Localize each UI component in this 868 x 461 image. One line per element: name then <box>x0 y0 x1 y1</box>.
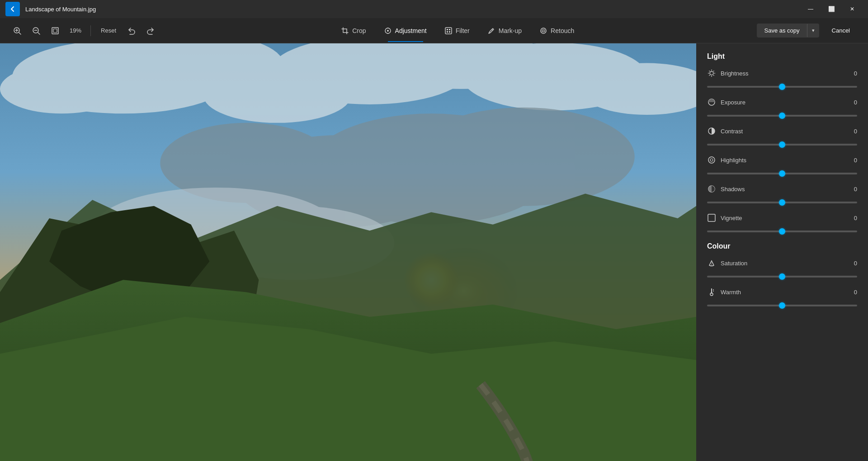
exposure-adjustment: Exposure 0 <box>707 98 857 118</box>
svg-point-10 <box>387 30 389 32</box>
back-button[interactable] <box>5 2 20 16</box>
restore-button[interactable]: ⬜ <box>821 2 842 16</box>
exposure-value: 0 <box>854 99 857 106</box>
landscape-image <box>0 43 696 461</box>
filter-tab-label: Filter <box>456 27 470 34</box>
svg-point-21 <box>543 30 544 31</box>
svg-point-45 <box>710 71 713 75</box>
window-title: Landscape of Mountain.jpg <box>25 6 800 13</box>
highlights-adjustment: Highlights 0 <box>707 155 857 176</box>
adjustment-tab-label: Adjustment <box>395 27 427 34</box>
contrast-value: 0 <box>854 128 857 135</box>
vignette-value: 0 <box>854 215 857 221</box>
toolbar-right: Save as copy ▾ Cancel <box>757 24 859 38</box>
svg-rect-8 <box>53 29 57 33</box>
vignette-slider[interactable] <box>707 230 857 232</box>
shadows-header: Shadows 0 <box>707 184 857 193</box>
save-as-copy-button[interactable]: Save as copy ▾ <box>757 24 819 38</box>
exposure-label: Exposure <box>721 99 745 106</box>
saturation-icon <box>707 259 716 268</box>
save-as-copy-label: Save as copy <box>757 24 807 38</box>
exposure-slider[interactable] <box>707 115 857 117</box>
zoom-out-button[interactable] <box>28 23 44 39</box>
highlights-slider[interactable] <box>707 173 857 174</box>
highlights-value: 0 <box>854 157 857 164</box>
warmth-icon <box>707 287 716 296</box>
warmth-label: Warmth <box>721 289 741 296</box>
warmth-adjustment: Warmth 0 <box>707 287 857 308</box>
svg-rect-60 <box>708 214 715 221</box>
adjustment-icon <box>384 27 392 34</box>
contrast-icon <box>707 127 716 136</box>
right-panel: Light <box>696 43 868 461</box>
minimize-button[interactable]: — <box>800 2 821 16</box>
reset-button[interactable]: Reset <box>96 25 121 36</box>
tab-adjustment[interactable]: Adjustment <box>376 24 435 38</box>
close-button[interactable]: ✕ <box>842 2 863 16</box>
tab-retouch[interactable]: Retouch <box>532 24 582 38</box>
brightness-label: Brightness <box>721 70 748 77</box>
undo-button[interactable] <box>123 23 140 39</box>
image-area <box>0 43 696 461</box>
zoom-in-icon <box>13 27 21 35</box>
saturation-header: Saturation 0 <box>707 259 857 268</box>
shadows-icon <box>707 184 716 193</box>
svg-line-5 <box>38 33 40 34</box>
toolbar-divider-1 <box>90 25 91 36</box>
window-controls: — ⬜ ✕ <box>800 2 863 16</box>
svg-rect-16 <box>447 31 448 33</box>
zoom-in-button[interactable] <box>9 23 25 39</box>
contrast-label: Contrast <box>721 128 743 135</box>
svg-line-53 <box>709 75 710 76</box>
tab-markup[interactable]: Mark-up <box>480 24 530 38</box>
brightness-header: Brightness 0 <box>707 69 857 78</box>
zoom-fit-button[interactable] <box>47 23 63 39</box>
redo-button[interactable] <box>142 23 159 39</box>
svg-line-50 <box>709 71 710 72</box>
light-section-title: Light <box>707 52 857 61</box>
svg-point-34 <box>413 108 635 206</box>
filter-icon <box>445 27 452 34</box>
back-icon <box>9 5 16 13</box>
saturation-label: Saturation <box>721 260 747 267</box>
retouch-icon <box>540 27 547 34</box>
title-bar: Landscape of Mountain.jpg — ⬜ ✕ <box>0 0 868 18</box>
svg-line-52 <box>713 71 714 72</box>
highlights-header: Highlights 0 <box>707 155 857 165</box>
undo-icon <box>127 27 136 35</box>
retouch-tab-label: Retouch <box>551 27 574 34</box>
contrast-adjustment: Contrast 0 <box>707 127 857 147</box>
svg-line-1 <box>19 33 21 34</box>
brightness-value: 0 <box>854 70 857 77</box>
svg-rect-13 <box>445 28 452 34</box>
contrast-header: Contrast 0 <box>707 127 857 136</box>
colour-section-title: Colour <box>707 242 857 250</box>
shadows-value: 0 <box>854 186 857 193</box>
saturation-slider[interactable] <box>707 276 857 278</box>
vignette-header: Vignette 0 <box>707 213 857 222</box>
svg-point-57 <box>710 159 713 161</box>
vignette-label: Vignette <box>721 215 742 221</box>
tab-crop[interactable]: Crop <box>333 24 374 38</box>
redo-icon <box>146 27 155 35</box>
warmth-value: 0 <box>854 289 857 296</box>
brightness-slider[interactable] <box>707 86 857 88</box>
colour-section: Colour Saturation 0 <box>707 242 857 308</box>
saturation-value: 0 <box>854 260 857 267</box>
svg-line-18 <box>492 29 493 30</box>
cancel-button[interactable]: Cancel <box>823 24 859 38</box>
shadows-label: Shadows <box>721 186 745 193</box>
markup-icon <box>488 27 495 34</box>
vignette-icon <box>707 213 716 222</box>
warmth-slider[interactable] <box>707 305 857 306</box>
svg-rect-17 <box>449 31 450 33</box>
contrast-slider[interactable] <box>707 144 857 146</box>
brightness-adjustment: Brightness 0 <box>707 69 857 89</box>
tab-filter[interactable]: Filter <box>437 24 478 38</box>
exposure-header: Exposure 0 <box>707 98 857 107</box>
main-content: Light <box>0 43 868 461</box>
highlights-icon <box>707 155 716 165</box>
toolbar-left: 19% Reset <box>9 23 159 39</box>
save-copy-dropdown-arrow[interactable]: ▾ <box>807 24 819 37</box>
shadows-slider[interactable] <box>707 202 857 203</box>
